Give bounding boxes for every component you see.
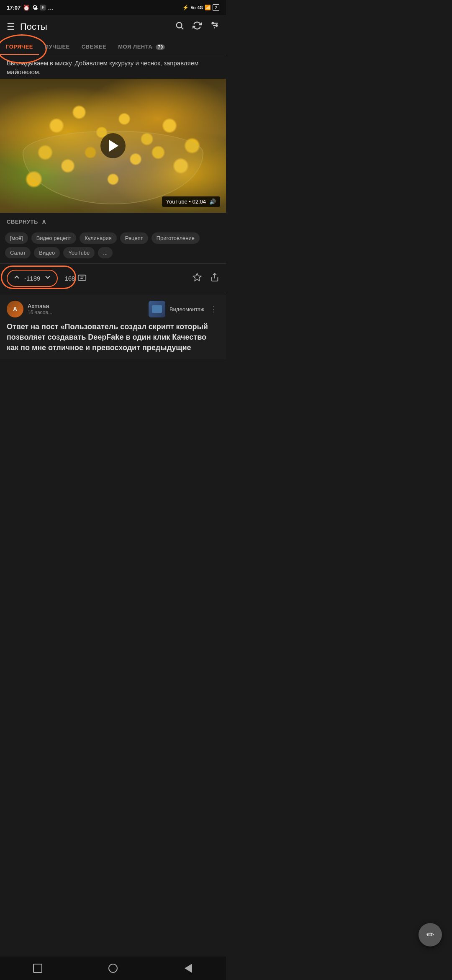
vote-count: -1189 [24,275,40,282]
status-left: 17:07 ⏰ 🌤 F ... [7,5,54,11]
more-status-icon: ... [48,5,54,11]
tag-more[interactable]: ... [98,247,113,258]
community-name: Видеомонтаж [170,306,204,312]
play-icon [109,140,118,152]
bookmark-button[interactable] [193,273,202,284]
tag-cooking[interactable]: Кулинария [80,232,117,244]
video-thumbnail[interactable]: YouTube • 02:04 🔊 [0,79,226,213]
author-avatar: А [7,301,23,317]
video-source-text: YouTube • 02:04 [166,199,206,205]
divider [0,263,226,264]
tab-best[interactable]: ЛУЧШЕЕ [39,39,76,55]
network-icon: F [40,5,46,10]
volume-icon: 🔊 [209,199,216,205]
volte-icon: Vo [190,5,195,10]
video-icon [152,305,162,313]
tag-video[interactable]: Видео [34,247,60,258]
collapse-button[interactable]: СВЕРНУТЬ ∧ [0,213,226,231]
tag-preparation[interactable]: Приготовление [152,232,200,244]
post-divider [0,293,226,293]
svg-point-5 [212,23,214,24]
svg-point-0 [177,23,182,28]
post-time: 16 часов... [28,309,144,315]
downvote-button[interactable] [44,273,52,284]
second-post: А Axmaaa 16 часов... Видеомонтаж ⋮ Ответ… [0,295,226,359]
menu-button[interactable]: ☰ [7,21,15,32]
svg-point-6 [216,25,218,26]
community-info[interactable]: Видеомонтаж [149,301,204,317]
time-display: 17:07 [7,5,21,11]
page-title: Посты [20,21,170,32]
post-header: А Axmaaa 16 часов... Видеомонтаж ⋮ [7,301,219,317]
tab-feed-badge: 70 [156,44,165,50]
action-bar: -1189 168 [0,266,226,291]
comments-count: 168 [64,275,75,282]
collapse-label: СВЕРНУТЬ [7,219,38,225]
svg-rect-7 [78,275,86,280]
status-right: ⚡ Vo 4G 📶 2 [182,4,219,11]
post-text-above: Выкладываем в миску. Добавляем кукурузу … [0,55,226,79]
tag-video-recipe[interactable]: Видео рецепт [31,232,77,244]
tab-hot[interactable]: ГОРЯЧЕЕ [0,39,39,55]
tag-moe[interactable]: [моё] [5,232,28,244]
tags-container: [моё] Видео рецепт Кулинария Рецепт Приг… [0,231,226,262]
clock-icon: ⏰ [23,5,30,11]
upvote-button[interactable] [13,273,21,284]
post-meta: Axmaaa 16 часов... [28,303,144,315]
community-badge [149,301,165,317]
tag-salad[interactable]: Салат [5,247,31,258]
top-bar: ☰ Посты [0,15,226,39]
video-source-label: YouTube • 02:04 🔊 [162,196,220,207]
tab-fresh[interactable]: СВЕЖЕЕ [76,39,113,55]
svg-marker-10 [193,273,201,281]
chevron-up-icon: ∧ [41,218,47,226]
4g-icon: 4G [198,5,203,10]
svg-line-1 [181,27,183,29]
community-logo [149,301,165,317]
play-button[interactable] [100,133,126,158]
author-name: Axmaaa [28,303,144,309]
tab-bar: ГОРЯЧЕЕ ЛУЧШЕЕ СВЕЖЕЕ МОЯ ЛЕНТА 70 [0,39,226,55]
status-bar: 17:07 ⏰ 🌤 F ... ⚡ Vo 4G 📶 2 [0,0,226,15]
refresh-button[interactable] [193,21,202,33]
vote-section: -1189 [7,270,58,287]
top-bar-actions [175,21,219,33]
tab-feed[interactable]: МОЯ ЛЕНТА 70 [112,39,171,55]
comments-button[interactable]: 168 [64,274,87,283]
filter-button[interactable] [210,21,219,33]
tag-recipe[interactable]: Рецепт [120,232,148,244]
share-button[interactable] [210,273,219,284]
more-options-button[interactable]: ⋮ [208,303,219,315]
battery-icon: 2 [213,4,219,11]
weather-icon: 🌤 [32,5,38,11]
bluetooth-icon: ⚡ [182,5,189,10]
second-post-text: Ответ на пост «Пользователь создал скрип… [7,322,219,353]
search-button[interactable] [175,21,184,33]
signal-icon: 📶 [205,5,211,10]
tag-youtube[interactable]: YouTube [63,247,95,258]
